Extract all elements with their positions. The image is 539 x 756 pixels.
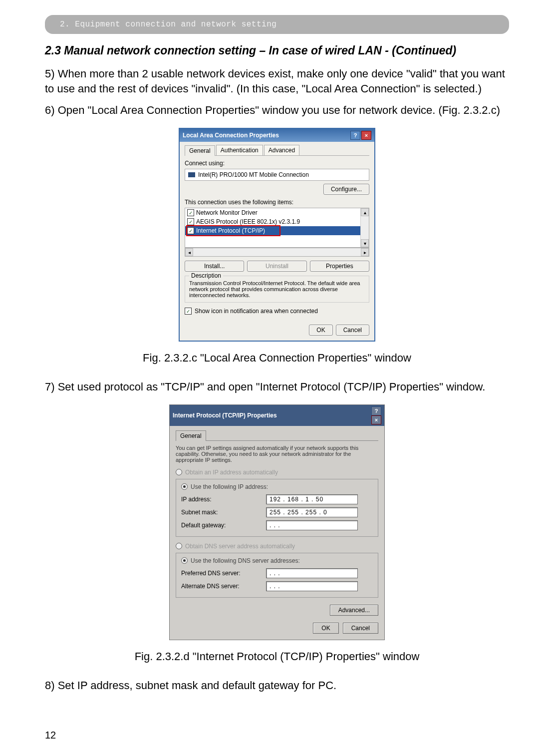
preferred-dns-label: Preferred DNS server: bbox=[181, 570, 266, 577]
radio-label: Use the following DNS server addresses: bbox=[191, 557, 300, 564]
paragraph-8: 8) Set IP address, subnet mask and defau… bbox=[45, 678, 509, 693]
configure-button[interactable]: Configure... bbox=[323, 184, 369, 195]
vertical-scrollbar[interactable]: ▴ ▾ bbox=[360, 208, 369, 247]
scroll-right-icon[interactable]: ▸ bbox=[361, 248, 369, 256]
radio-obtain-ip-auto[interactable]: Obtain an IP address automatically bbox=[176, 468, 378, 477]
radio-label: Obtain an IP address automatically bbox=[185, 469, 278, 476]
show-icon-checkbox[interactable]: ✓ bbox=[185, 308, 192, 315]
default-gateway-input[interactable]: . . . bbox=[266, 520, 358, 530]
radio-icon[interactable] bbox=[181, 483, 188, 490]
uninstall-button[interactable]: Uninstall bbox=[247, 261, 306, 272]
list-item[interactable]: ✓ AEGIS Protocol (IEEE 802.1x) v2.3.1.9 bbox=[185, 217, 369, 226]
description-label: Description bbox=[189, 272, 223, 279]
checkbox-icon[interactable]: ✓ bbox=[187, 218, 194, 225]
items-label: This connection uses the following items… bbox=[185, 199, 369, 206]
radio-icon[interactable] bbox=[176, 543, 182, 549]
subnet-mask-input[interactable]: 255 . 255 . 255 . 0 bbox=[266, 507, 358, 517]
install-button[interactable]: Install... bbox=[185, 261, 244, 272]
radio-use-following-dns[interactable]: Use the following DNS server addresses: bbox=[181, 556, 373, 565]
list-item[interactable]: ✓ Network Monitor Driver bbox=[185, 208, 369, 217]
show-icon-label: Show icon in notification area when conn… bbox=[195, 308, 318, 315]
dialog2-title: Internet Protocol (TCP/IP) Properties bbox=[173, 412, 277, 419]
description-text: Transmission Control Protocol/Internet P… bbox=[189, 280, 365, 298]
list-item-label: Internet Protocol (TCP/IP) bbox=[196, 227, 265, 234]
tab-authentication[interactable]: Authentication bbox=[216, 145, 263, 155]
dialog1-tabs: General Authentication Advanced bbox=[185, 145, 369, 156]
radio-label: Use the following IP address: bbox=[191, 483, 268, 490]
paragraph-5: 5) When more than 2 usable network devic… bbox=[45, 66, 509, 96]
dialog1-titlebar: Local Area Connection Properties ? × bbox=[180, 129, 374, 142]
ip-address-input[interactable]: 192 . 168 . 1 . 50 bbox=[266, 494, 358, 504]
list-item-label: Network Monitor Driver bbox=[196, 209, 258, 216]
tab-general[interactable]: General bbox=[185, 145, 215, 156]
close-icon[interactable]: × bbox=[371, 415, 381, 424]
ok-button[interactable]: OK bbox=[313, 623, 338, 634]
checkbox-icon[interactable]: ✓ bbox=[187, 227, 194, 234]
help-icon[interactable]: ? bbox=[371, 406, 381, 415]
alternate-dns-label: Alternate DNS server: bbox=[181, 583, 266, 590]
figure-d-caption: Fig. 2.3.2.d "Internet Protocol (TCP/IP)… bbox=[45, 650, 509, 663]
subnet-mask-label: Subnet mask: bbox=[181, 509, 266, 516]
dialog1-title: Local Area Connection Properties bbox=[183, 132, 279, 139]
radio-label: Obtain DNS server address automatically bbox=[185, 543, 295, 550]
tab-general[interactable]: General bbox=[176, 430, 206, 441]
tab-advanced[interactable]: Advanced bbox=[264, 145, 299, 155]
properties-button[interactable]: Properties bbox=[310, 261, 369, 272]
radio-obtain-dns-auto[interactable]: Obtain DNS server address automatically bbox=[176, 542, 378, 551]
close-icon[interactable]: × bbox=[361, 131, 371, 140]
dialog-internet-protocol: Internet Protocol (TCP/IP) Properties ? … bbox=[45, 404, 509, 640]
scroll-down-icon[interactable]: ▾ bbox=[361, 239, 369, 247]
nic-icon bbox=[188, 172, 195, 177]
default-gateway-label: Default gateway: bbox=[181, 522, 266, 529]
figure-c-caption: Fig. 2.3.2.c "Local Area Connection Prop… bbox=[45, 352, 509, 365]
page-number: 12 bbox=[45, 730, 56, 741]
list-item-label: AEGIS Protocol (IEEE 802.1x) v2.3.1.9 bbox=[196, 218, 300, 225]
ok-button[interactable]: OK bbox=[309, 325, 332, 336]
description-group: Description Transmission Control Protoco… bbox=[185, 276, 369, 303]
horizontal-scrollbar[interactable]: ◂ ▸ bbox=[185, 248, 369, 257]
nic-name: Intel(R) PRO/1000 MT Mobile Connection bbox=[198, 171, 309, 178]
radio-icon[interactable] bbox=[176, 469, 182, 475]
radio-use-following-ip[interactable]: Use the following IP address: bbox=[181, 482, 373, 491]
connect-using-label: Connect using: bbox=[185, 160, 369, 167]
dialog-local-area-connection: Local Area Connection Properties ? × Gen… bbox=[45, 128, 509, 342]
components-listbox[interactable]: ✓ Network Monitor Driver ✓ AEGIS Protoco… bbox=[185, 208, 369, 248]
scroll-left-icon[interactable]: ◂ bbox=[185, 248, 193, 256]
intro-text: You can get IP settings assigned automat… bbox=[176, 445, 378, 463]
nic-display: Intel(R) PRO/1000 MT Mobile Connection bbox=[185, 169, 369, 181]
dns-fieldset: Use the following DNS server addresses: … bbox=[176, 553, 378, 598]
dialog2-titlebar: Internet Protocol (TCP/IP) Properties ? … bbox=[170, 405, 384, 426]
checkbox-icon[interactable]: ✓ bbox=[187, 209, 194, 216]
chapter-banner: 2. Equipment connection and network sett… bbox=[45, 15, 509, 34]
paragraph-7: 7) Set used protocol as "TCP/IP" and ope… bbox=[45, 379, 509, 394]
paragraph-6: 6) Open "Local Area Connection Propertie… bbox=[45, 103, 509, 118]
preferred-dns-input[interactable]: . . . bbox=[266, 568, 358, 578]
section-title: 2.3 Manual network connection setting – … bbox=[45, 44, 509, 57]
cancel-button[interactable]: Cancel bbox=[343, 623, 378, 634]
ip-fieldset: Use the following IP address: IP address… bbox=[176, 479, 378, 537]
scroll-up-icon[interactable]: ▴ bbox=[361, 208, 369, 216]
alternate-dns-input[interactable]: . . . bbox=[266, 581, 358, 591]
help-icon[interactable]: ? bbox=[350, 131, 360, 140]
cancel-button[interactable]: Cancel bbox=[336, 325, 369, 336]
ip-address-label: IP address: bbox=[181, 496, 266, 503]
advanced-button[interactable]: Advanced... bbox=[330, 605, 378, 616]
radio-icon[interactable] bbox=[181, 557, 188, 564]
list-item-selected[interactable]: ✓ Internet Protocol (TCP/IP) bbox=[185, 226, 369, 235]
